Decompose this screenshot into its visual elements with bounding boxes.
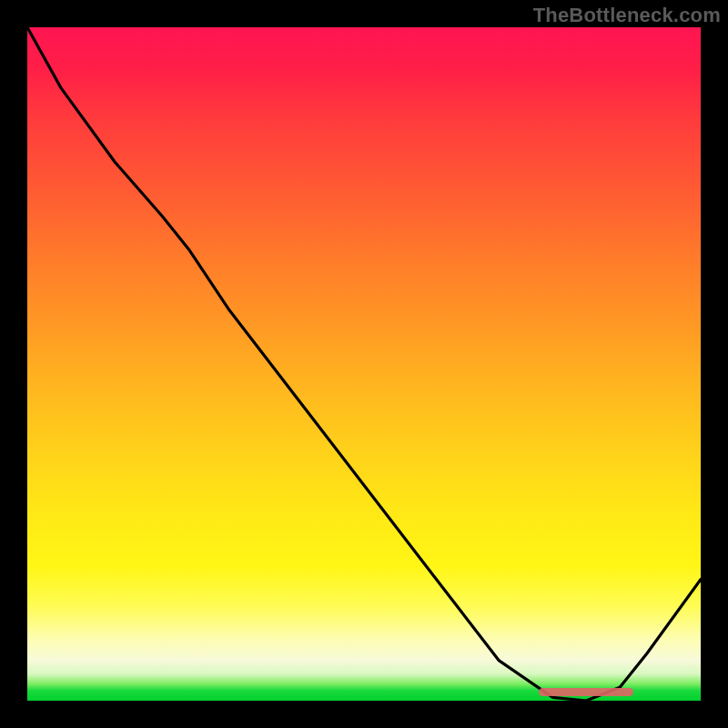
bottleneck-curve-path [27, 27, 701, 701]
optimal-range-marker [539, 688, 633, 696]
plot-area [27, 27, 701, 701]
watermark-text: TheBottleneck.com [533, 4, 721, 27]
chart-frame: TheBottleneck.com [0, 0, 728, 728]
bottleneck-line-plot [27, 27, 701, 701]
